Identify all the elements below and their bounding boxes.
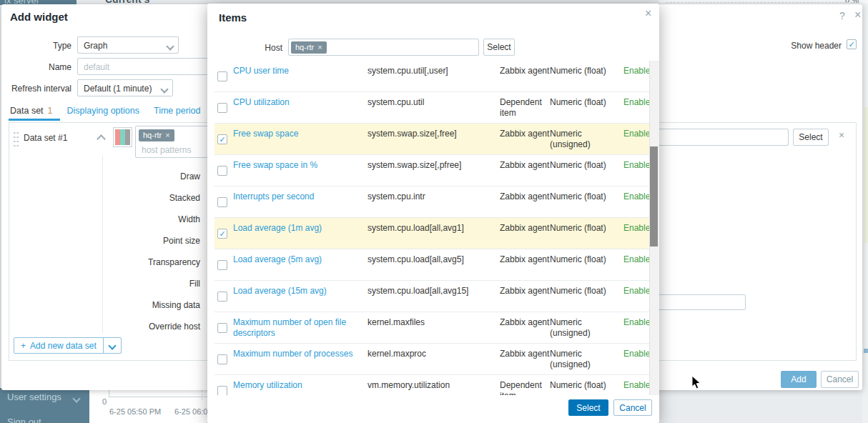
top-right-fragment: 4.8 GB 0 %: [659, 0, 868, 4]
host-select-button[interactable]: Select: [483, 39, 515, 56]
item-type: Zabbix agent: [500, 312, 550, 328]
scrollbar-thumb[interactable]: [650, 146, 658, 247]
screen: ix server Current s 4.8 GB 0 % User sett…: [0, 0, 868, 423]
show-header-checkbox[interactable]: [847, 39, 857, 49]
field-label-override-host: Override host: [114, 322, 200, 332]
item-status: Enabled: [623, 344, 649, 359]
row-checkbox[interactable]: [217, 386, 227, 396]
type-select[interactable]: Graph: [77, 36, 179, 54]
item-name-link[interactable]: Free swap space: [233, 129, 298, 139]
host-chip: hq-rtr ×: [291, 41, 327, 54]
add-button-label: Add: [791, 374, 806, 384]
chevron-down-icon: [166, 42, 174, 50]
close-icon[interactable]: ×: [645, 9, 651, 19]
items-modal-title: Items: [219, 11, 247, 24]
host-pattern-chip-label: hq-rtr: [143, 131, 162, 140]
add-button[interactable]: Add: [781, 371, 817, 388]
items-table-row: Free swap space in % system.swap.size[,p…: [214, 155, 649, 186]
item-select-button-label: Select: [799, 132, 822, 142]
graph-color-fragment: [864, 107, 868, 243]
add-new-data-set-dropdown[interactable]: [103, 338, 121, 353]
type-select-value: Graph: [84, 41, 107, 51]
item-status: Enabled: [623, 249, 649, 265]
tab-time-period[interactable]: Time period: [154, 106, 201, 116]
items-cancel-button[interactable]: Cancel: [613, 399, 652, 416]
refresh-interval-label: Refresh interval: [1, 84, 71, 94]
item-value-type: Numeric (float): [550, 155, 623, 171]
item-name-link[interactable]: Load average (5m avg): [233, 254, 322, 264]
row-checkbox[interactable]: [217, 354, 227, 364]
add-new-data-set-main[interactable]: +Add new data set: [14, 338, 103, 353]
item-select-button[interactable]: Select: [793, 129, 829, 146]
chip-remove-icon[interactable]: ×: [165, 131, 169, 140]
item-name-link[interactable]: Memory utilization: [233, 380, 302, 390]
host-select-button-label: Select: [487, 42, 511, 52]
drag-handle[interactable]: [13, 131, 19, 149]
add-new-data-set-button[interactable]: +Add new data set: [14, 337, 122, 354]
cancel-button[interactable]: Cancel: [821, 371, 859, 388]
row-checkbox[interactable]: [217, 292, 227, 302]
row-checkbox[interactable]: [217, 260, 227, 270]
item-type: Zabbix agent: [500, 155, 550, 171]
host-label: Host: [240, 43, 282, 53]
items-select-button-label: Select: [576, 403, 600, 413]
item-value-type: Numeric (float): [550, 92, 623, 108]
items-table-row: Free swap space system.swap.size[,free] …: [214, 124, 649, 155]
row-checkbox[interactable]: [217, 229, 227, 239]
item-status: Enabled: [623, 124, 649, 139]
item-name-link[interactable]: CPU utilization: [233, 97, 290, 107]
item-key: kernel.maxproc: [368, 344, 500, 359]
refresh-interval-select[interactable]: Default (1 minute): [77, 79, 173, 96]
host-chip-label: hq-rtr: [295, 43, 314, 52]
item-name-link[interactable]: Load average (1m avg): [233, 223, 322, 233]
sidebar-item-user-settings[interactable]: User settings: [7, 392, 61, 402]
row-checkbox[interactable]: [217, 103, 227, 113]
active-tab-underline: [9, 119, 60, 121]
field-label-draw: Draw: [114, 171, 200, 181]
data-set-header: Data set #1: [24, 133, 67, 143]
item-value-type: Numeric (unsigned): [550, 312, 623, 339]
item-name-link[interactable]: Load average (15m avg): [233, 286, 327, 296]
color-palette-swatch[interactable]: [113, 127, 132, 147]
tab-displaying-options[interactable]: Displaying options: [67, 106, 139, 116]
field-label-missing-data: Missing data: [114, 300, 200, 310]
help-icon[interactable]: ?: [839, 11, 845, 21]
add-new-data-set-label: Add new data set: [30, 341, 97, 351]
item-status: Enabled: [623, 186, 649, 202]
host-input[interactable]: hq-rtr ×: [288, 39, 479, 56]
item-key: vm.memory.utilization: [368, 375, 500, 391]
item-value-type: Numeric (float): [550, 281, 623, 297]
item-name-link[interactable]: Maximum number of open file descriptors: [233, 317, 346, 338]
data-set-field-labels: DrawStackedWidthPoint sizeTransparencyFi…: [114, 171, 200, 343]
item-value-type: Numeric (unsigned): [550, 344, 623, 370]
widget-tabs: Data set1Displaying optionsTime periodAx…: [10, 106, 235, 116]
item-name-link[interactable]: Maximum number of processes: [233, 349, 352, 359]
item-name-link[interactable]: Free swap space in %: [233, 160, 317, 170]
chart-axis-line: [109, 397, 207, 397]
items-cancel-button-label: Cancel: [619, 403, 646, 413]
item-value-type: Numeric (float): [550, 375, 623, 391]
chart-y-zero-label: 0: [102, 397, 107, 406]
chip-remove-icon[interactable]: ×: [317, 43, 322, 52]
collapse-chevron-icon[interactable]: [97, 134, 106, 144]
item-name-link[interactable]: Interrupts per second: [233, 191, 314, 201]
sidebar-item-sign-out[interactable]: Sign out: [7, 417, 41, 423]
host-patterns-placeholder: host patterns: [142, 145, 191, 155]
item-name-link[interactable]: CPU user time: [233, 66, 289, 76]
item-status: Enabled: [623, 92, 649, 108]
user-settings-label: User settings: [7, 392, 61, 402]
tab-data-set[interactable]: Data set1: [10, 106, 53, 116]
item-key: system.swap.size[,free]: [368, 124, 500, 139]
items-table-row: Maximum number of processes kernel.maxpr…: [214, 344, 649, 375]
row-checkbox[interactable]: [217, 323, 227, 333]
items-table-row: Load average (5m avg) system.cpu.load[al…: [214, 249, 649, 281]
item-status: Enabled: [623, 312, 649, 328]
remove-data-set-icon[interactable]: ×: [839, 130, 844, 140]
row-checkbox[interactable]: [217, 197, 227, 207]
row-checkbox[interactable]: [217, 166, 227, 176]
type-label: Type: [1, 41, 71, 51]
items-select-button[interactable]: Select: [568, 399, 608, 416]
close-icon[interactable]: ×: [854, 10, 861, 20]
row-checkbox[interactable]: [217, 134, 227, 144]
row-checkbox[interactable]: [217, 71, 227, 81]
